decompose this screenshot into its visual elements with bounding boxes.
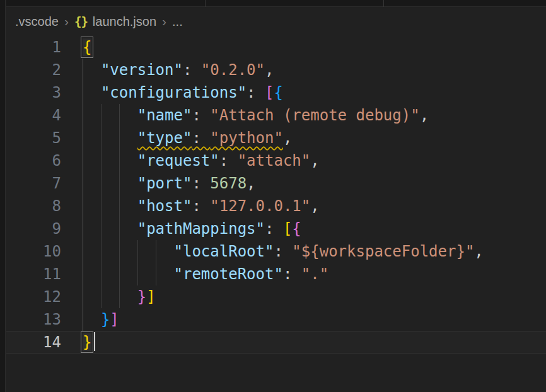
code-line-content[interactable]: "type": "python", — [61, 127, 546, 149]
code-line-content[interactable]: }] — [61, 285, 546, 308]
chevron-right-icon: › — [156, 14, 172, 30]
code-line-content[interactable]: "remoteRoot": "." — [61, 263, 546, 285]
breadcrumb-item-symbol[interactable]: ... — [172, 14, 183, 29]
code-text: "localRoot": "${workspaceFolder}", — [83, 243, 484, 260]
breadcrumb-item-folder[interactable]: .vscode — [15, 14, 59, 29]
code-text: }] — [83, 311, 119, 328]
code-token: "attach" — [238, 152, 311, 170]
code-token: "host" — [137, 197, 192, 215]
code-token: "type" — [137, 129, 192, 147]
code-token: } — [137, 288, 146, 306]
code-token: "0.2.0" — [201, 61, 265, 79]
code-line-content[interactable]: "port": 5678, — [61, 172, 546, 195]
code-line-content[interactable]: "configurations": [{ — [61, 81, 546, 104]
line-number[interactable]: 14 — [6, 331, 61, 354]
json-file-icon: {} — [74, 14, 88, 28]
code-token: "${workspaceFolder}" — [292, 243, 474, 260]
matched-bracket: { — [83, 38, 91, 56]
code-token: [ — [265, 84, 274, 101]
code-line[interactable]: 5 "type": "python", — [6, 127, 546, 149]
code-line[interactable]: 7 "port": 5678, — [6, 172, 546, 195]
line-number[interactable]: 13 — [6, 308, 61, 331]
code-line[interactable]: 4 "name": "Attach (remote debug)", — [6, 104, 546, 127]
line-number[interactable]: 6 — [6, 149, 61, 172]
line-number[interactable]: 7 — [6, 172, 61, 195]
code-token: ] — [110, 311, 119, 328]
code-token: : — [274, 243, 292, 260]
code-line-content[interactable]: }] — [61, 308, 546, 331]
code-token: "port" — [137, 175, 192, 192]
code-line-content[interactable]: "name": "Attach (remote debug)", — [61, 104, 546, 127]
code-token: { — [274, 84, 282, 101]
code-text: { — [83, 38, 91, 56]
line-number[interactable]: 5 — [6, 127, 61, 149]
code-line-content[interactable]: { — [61, 36, 546, 59]
code-token: : — [192, 175, 210, 192]
code-text: "type": "python", — [83, 129, 292, 147]
code-line[interactable]: 11 "remoteRoot": "." — [6, 263, 546, 285]
code-text: "request": "attach", — [83, 152, 320, 170]
code-line[interactable]: 14} — [6, 331, 546, 354]
code-line-content[interactable]: "pathMappings": [{ — [61, 217, 546, 240]
code-token: 5678 — [210, 175, 247, 192]
code-token: "version" — [101, 61, 183, 79]
code-line[interactable]: 1{ — [6, 36, 546, 59]
code-token: { — [292, 220, 301, 238]
code-line[interactable]: 6 "request": "attach", — [6, 149, 546, 172]
line-number[interactable]: 11 — [6, 263, 61, 285]
code-line[interactable]: 13 }] — [6, 308, 546, 331]
chevron-right-icon: › — [59, 14, 74, 30]
code-line-content[interactable]: "version": "0.2.0", — [61, 59, 546, 81]
breadcrumb-item-file[interactable]: launch.json — [93, 14, 156, 29]
code-token: "Attach (remote debug)" — [210, 107, 419, 124]
code-token: : — [192, 197, 210, 215]
code-area[interactable]: 1{2 "version": "0.2.0",3 "configurations… — [6, 36, 546, 354]
code-token: : — [265, 220, 283, 238]
code-line[interactable]: 12 }] — [6, 285, 546, 308]
code-line-content[interactable]: "host": "127.0.0.1", — [61, 195, 546, 217]
code-line-content[interactable]: "request": "attach", — [61, 149, 546, 172]
code-token: , — [247, 175, 255, 192]
code-line[interactable]: 10 "localRoot": "${workspaceFolder}", — [6, 240, 546, 263]
code-token: "localRoot" — [174, 243, 274, 260]
code-token: : — [183, 61, 201, 79]
code-token: [ — [283, 220, 292, 238]
code-text: }] — [83, 288, 156, 306]
code-token: , — [474, 243, 483, 260]
code-line-content[interactable]: "localRoot": "${workspaceFolder}", — [61, 240, 546, 263]
code-line[interactable]: 8 "host": "127.0.0.1", — [6, 195, 546, 217]
code-line[interactable]: 9 "pathMappings": [{ — [6, 217, 546, 240]
code-text: "port": 5678, — [83, 175, 256, 192]
code-token: , — [310, 152, 319, 170]
line-number[interactable]: 1 — [6, 36, 61, 59]
code-token: : — [219, 152, 238, 170]
code-token: , — [283, 129, 292, 147]
line-number[interactable]: 4 — [6, 104, 61, 127]
code-line-content[interactable]: } — [61, 331, 546, 354]
code-text: "version": "0.2.0", — [83, 61, 274, 79]
code-token: "127.0.0.1" — [210, 197, 310, 215]
tab-divider — [205, 0, 206, 7]
code-text: "remoteRoot": "." — [83, 265, 328, 283]
breadcrumb: .vscode › {} launch.json › ... — [6, 8, 546, 36]
code-line[interactable]: 2 "version": "0.2.0", — [6, 59, 546, 81]
code-text: "configurations": [{ — [83, 84, 283, 101]
tab-divider — [383, 0, 384, 7]
line-number[interactable]: 9 — [6, 217, 61, 240]
code-line[interactable]: 3 "configurations": [{ — [6, 81, 546, 104]
line-number[interactable]: 8 — [6, 195, 61, 217]
line-number[interactable]: 10 — [6, 240, 61, 263]
code-token: , — [420, 107, 429, 124]
code-token: : — [283, 265, 301, 283]
code-text: "host": "127.0.0.1", — [83, 197, 320, 215]
line-number[interactable]: 3 — [6, 81, 61, 104]
code-token: , — [310, 197, 319, 215]
line-number[interactable]: 12 — [6, 285, 61, 308]
code-token: "request" — [137, 152, 219, 170]
code-text: } — [83, 333, 95, 351]
code-token: , — [265, 61, 274, 79]
line-number[interactable]: 2 — [6, 59, 61, 81]
code-token: } — [101, 311, 110, 328]
code-token: "." — [301, 265, 328, 283]
code-text: "pathMappings": [{ — [83, 220, 301, 238]
